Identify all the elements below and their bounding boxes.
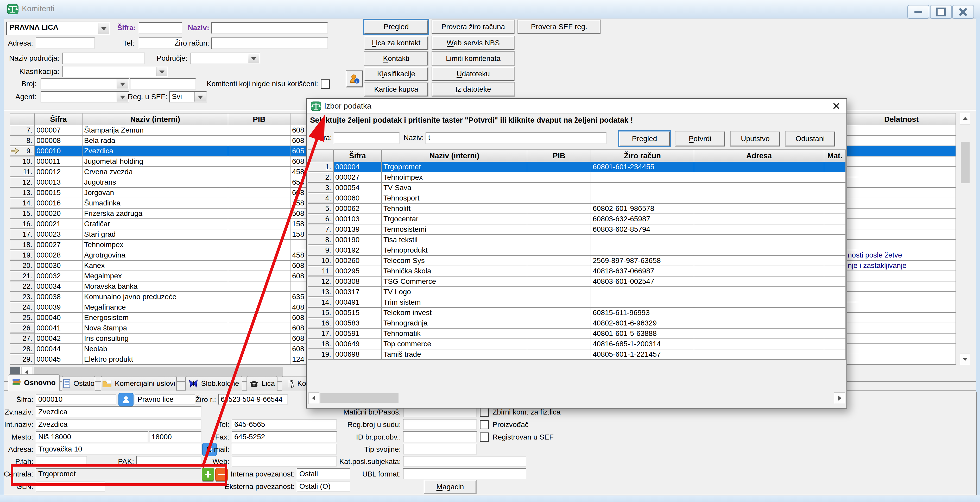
detail-tel-input[interactable]: 645-6565 [232,419,337,430]
reg-sud-input[interactable] [403,419,477,430]
fax-input[interactable]: 645-5252 [232,432,337,442]
naziv-filter-input[interactable] [212,22,328,33]
reg-sef-combo[interactable]: Svi [169,91,207,103]
tip-svojine-input[interactable] [403,444,477,454]
scroll-left-icon[interactable] [309,392,320,404]
column-header-adresa[interactable]: Adresa [694,150,824,162]
dialog-sifra-input[interactable] [334,132,400,144]
hscroll-thumb[interactable] [34,367,283,377]
table-row[interactable]: 7.000139Termosistemi60803-602-85794 [308,225,846,235]
person-info-button[interactable] [346,71,363,87]
broj-combo[interactable] [41,78,129,89]
chevron-down-icon[interactable] [117,79,128,89]
column-header-pib[interactable]: PIB [228,113,291,125]
web-input[interactable] [232,456,337,467]
chevron-down-icon[interactable] [194,92,206,102]
dialog-hscrollbar[interactable] [308,392,845,404]
action-button-u-datoteku[interactable]: U datoteku [432,67,514,81]
table-row[interactable]: 11.000295Tehnička škola40818-637-066987 [308,266,846,277]
table-row[interactable]: 19.000698Tamiš trade40805-601-1-221457 [308,349,846,360]
ziro-filter-input[interactable] [212,38,328,49]
column-header-sifra[interactable]: Šifra [35,113,83,125]
mesto-zip-input[interactable]: 18000 [149,432,202,442]
minimize-button[interactable] [907,5,929,19]
mesto-input[interactable]: Niš 18000 [36,432,148,442]
tab-slob-kolone[interactable]: Slob.kolone [185,376,242,390]
podrucje-combo[interactable] [191,53,260,64]
main-grid-vscrollbar[interactable] [960,113,970,365]
adresa-filter-input[interactable] [36,38,95,49]
dialog-button-potvrdi[interactable]: Potvrdi [675,131,725,146]
ubl-input[interactable] [403,469,526,479]
restore-button[interactable] [930,5,952,19]
table-row[interactable]: 17.000591Tehnomatik40801-601-5-63888 [308,328,846,339]
tab-osnovno[interactable]: Osnovno [8,375,60,390]
column-header-num[interactable] [10,113,35,125]
tab-ostalo[interactable]: Ostalo [62,376,95,390]
chevron-down-icon[interactable] [248,54,259,63]
table-row[interactable]: 6.000103Trgocentar60803-632-65987 [308,214,846,225]
table-row[interactable]: 3.000054TV Sava [308,183,846,193]
table-row[interactable]: 15.000515Telekom invest60815-611-96993 [308,308,846,318]
zv-naziv-input[interactable]: Zvezdica [36,406,202,418]
table-row[interactable]: 10.000260Telecom Sys2569-897-987-63658 [308,256,846,266]
action-button-kontakti[interactable]: Kontakti [364,52,428,65]
proizvodjac-checkbox[interactable] [480,420,489,429]
action-button-iz-datoteke[interactable]: Iz datoteke [432,83,514,96]
table-row[interactable]: 4.000060Tehnosport [308,193,846,204]
scroll-up-icon[interactable] [960,113,970,124]
klasifikacija-combo[interactable] [62,66,169,77]
dialog-naziv-input[interactable]: t [426,132,607,144]
scroll-right-icon[interactable] [834,392,845,404]
action-button-web-servis-nbs[interactable]: Web servis NBS [432,36,514,50]
vscroll-thumb[interactable] [961,142,970,183]
table-row[interactable]: 13.000317TV Logo [308,287,846,297]
int-naziv-input[interactable]: Zvezdica [36,419,202,430]
action-button-limiti-komitenata[interactable]: Limiti komitenata [432,52,514,65]
dialog-button-pregled[interactable]: Pregled [619,131,670,146]
tab-lica[interactable]: Lica [247,376,277,390]
dialog-button-uputstvo[interactable]: Uputstvo [731,131,780,146]
close-button[interactable] [952,5,974,19]
action-button-provera-iro-ra-una[interactable]: Provera žiro računa [432,20,514,33]
broj-input[interactable] [130,78,196,89]
agent-combo[interactable] [41,91,129,103]
kat-input[interactable] [403,456,526,467]
column-header-pib[interactable]: PIB [527,150,591,162]
detail-ziro-input[interactable]: 60523-504-9-66544 [218,394,288,405]
detail-sifra-input[interactable]: 000010 [36,394,116,405]
dialog-close-button[interactable] [830,101,842,111]
column-header-num[interactable] [308,150,334,162]
column-header-naziv[interactable]: Naziv (interni) [83,113,228,125]
action-button-kartice-kupca[interactable]: Kartice kupca [364,83,428,96]
id-por-input[interactable] [403,432,477,442]
zbirni-checkbox[interactable] [480,408,489,417]
reg-sef-checkbox[interactable] [480,432,489,442]
column-header-sifra[interactable]: Šifra [334,150,382,162]
email-input[interactable] [232,444,337,454]
naziv-podrucja-input[interactable] [62,53,145,64]
action-button-klasifikacije[interactable]: Klasifikacije [364,67,428,81]
action-button-pregled[interactable]: Pregled [364,20,428,33]
dialog-button-odustani[interactable]: Odustani [786,131,835,146]
detail-adresa-input[interactable]: Trgovačka 10 [36,444,202,454]
scroll-down-icon[interactable] [960,354,970,365]
table-row[interactable]: 12.000308TSG Commerce40803-601-002547 [308,277,846,287]
column-header-ziro[interactable]: Žiro račun [591,150,694,162]
column-header-mat[interactable]: Mat. [824,150,846,162]
unused-komitenti-checkbox[interactable] [321,80,330,89]
person-button[interactable] [118,393,134,406]
tab-komercijalni-uslovi[interactable]: Komercijalni uslovi [101,376,177,390]
eksterna-input[interactable]: Ostali (O) [297,481,350,492]
hscroll-thumb[interactable] [320,393,399,403]
action-button-lica-za-kontakt[interactable]: Lica za kontakt [364,36,428,50]
table-row[interactable]: 16.000583Tehnogradnja40802-601-6-96329 [308,318,846,328]
table-row[interactable]: 8.000190Tisa tekstil [308,235,846,245]
table-row[interactable]: 2.000027Tehnoimpex [308,172,846,183]
table-row[interactable]: 5.000062Tehnolift60802-601-986578 [308,204,846,214]
column-header-delatnost[interactable]: Delatnost [847,113,956,125]
column-header-naziv[interactable]: Naziv (interni) [382,150,527,162]
action-button-provera-sef-reg-[interactable]: Provera SEF reg. [518,20,600,33]
chevron-down-icon[interactable] [156,67,167,76]
table-row[interactable]: 14.000491Trim sistem [308,297,846,308]
